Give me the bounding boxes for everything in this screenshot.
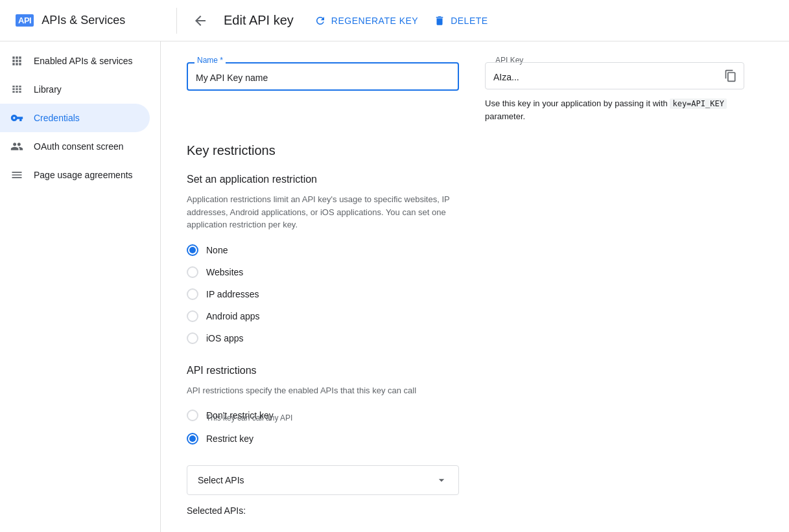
main-layout: Enabled APIs & services Library Credenti… <box>0 41 789 532</box>
selected-apis-label: Selected APIs: <box>187 505 763 516</box>
delete-button[interactable]: DELETE <box>434 15 488 27</box>
radio-none[interactable]: None <box>187 244 763 256</box>
sidebar-label-oauth: OAuth consent screen <box>34 141 124 152</box>
radio-ip-circle <box>187 288 198 300</box>
api-key-text: AIza... <box>493 72 519 82</box>
api-restriction-section: API restrictions API restrictions specif… <box>187 365 763 516</box>
sidebar-label-library: Library <box>34 84 62 95</box>
name-label: Name * <box>194 56 226 65</box>
radio-dont-restrict-circle <box>187 410 198 421</box>
apps-icon <box>10 83 23 96</box>
radio-android-label: Android apps <box>206 311 260 321</box>
sidebar-item-library[interactable]: Library <box>0 75 150 104</box>
name-field-group: Name * My API Key name <box>187 62 459 122</box>
content-area: Name * My API Key name API Key AIza... U… <box>161 41 789 532</box>
people-icon <box>10 140 23 153</box>
radio-ip-label: IP addresses <box>206 289 259 299</box>
radio-none-circle <box>187 244 198 256</box>
sidebar-item-credentials[interactable]: Credentials <box>0 104 150 132</box>
back-button[interactable] <box>187 8 213 34</box>
dropdown-chevron-icon <box>435 474 448 487</box>
page-header: Edit API key REGENERATE KEY DELETE <box>177 8 773 34</box>
api-key-value: AIza... <box>485 62 744 89</box>
radio-android-circle <box>187 310 198 322</box>
top-header: API APIs & Services Edit API key REGENER… <box>0 0 789 41</box>
api-restriction-radio-group: Don't restrict key This key can call any… <box>187 410 763 445</box>
radio-ios-label: iOS apps <box>206 333 244 343</box>
name-input[interactable]: My API Key name <box>187 62 459 91</box>
page-title: Edit API key <box>224 13 294 28</box>
api-restriction-desc: API restrictions specify the enabled API… <box>187 384 465 397</box>
regenerate-key-button[interactable]: REGENERATE KEY <box>314 15 418 27</box>
sidebar-label-credentials: Credentials <box>34 113 80 123</box>
sidebar: Enabled APIs & services Library Credenti… <box>0 41 161 532</box>
api-key-group: API Key AIza... Use this key in your app… <box>485 62 744 122</box>
delete-label: DELETE <box>451 16 488 26</box>
radio-ip[interactable]: IP addresses <box>187 288 763 300</box>
sidebar-item-oauth[interactable]: OAuth consent screen <box>0 132 150 161</box>
app-restriction-desc: Application restrictions limit an API ke… <box>187 193 465 231</box>
api-key-hint-code: key=API_KEY <box>670 98 726 109</box>
sidebar-item-enabled-apis[interactable]: Enabled APIs & services <box>0 47 150 75</box>
select-apis-dropdown[interactable]: Select APIs <box>187 465 459 495</box>
radio-restrict-circle <box>187 433 198 445</box>
form-row-top: Name * My API Key name API Key AIza... U… <box>187 62 763 122</box>
key-restrictions-title: Key restrictions <box>187 143 763 158</box>
api-key-hint: Use this key in your application by pass… <box>485 97 744 122</box>
radio-restrict-label: Restrict key <box>206 434 253 444</box>
copy-icon[interactable] <box>724 69 737 82</box>
select-apis-placeholder: Select APIs <box>198 475 244 485</box>
app-logo: API APIs & Services <box>16 14 176 27</box>
app-title: APIs & Services <box>41 14 125 27</box>
app-restriction-section: Set an application restriction Applicati… <box>187 174 763 344</box>
api-restriction-title: API restrictions <box>187 365 763 376</box>
api-key-hint-prefix: Use this key in your application by pass… <box>485 98 668 108</box>
sidebar-label-enabled-apis: Enabled APIs & services <box>34 56 133 66</box>
header-actions: REGENERATE KEY DELETE <box>314 15 488 27</box>
regenerate-label: REGENERATE KEY <box>331 16 418 26</box>
key-icon <box>10 111 23 124</box>
radio-ios[interactable]: iOS apps <box>187 332 763 344</box>
radio-dont-restrict-sublabel: This key can call any API <box>206 413 763 422</box>
api-logo-icon: API <box>16 14 34 27</box>
key-restrictions-section: Key restrictions Set an application rest… <box>187 143 763 532</box>
sidebar-label-page-usage: Page usage agreements <box>34 170 133 180</box>
radio-websites-label: Websites <box>206 267 243 277</box>
radio-none-label: None <box>206 245 228 255</box>
api-key-hint-suffix: parameter. <box>485 111 525 121</box>
list-icon <box>10 168 23 181</box>
app-restriction-title: Set an application restriction <box>187 174 763 185</box>
radio-android[interactable]: Android apps <box>187 310 763 322</box>
sidebar-item-page-usage[interactable]: Page usage agreements <box>0 161 150 189</box>
radio-restrict[interactable]: Restrict key <box>187 433 763 445</box>
radio-websites[interactable]: Websites <box>187 266 763 278</box>
app-restriction-radio-group: None Websites IP addresses Android apps <box>187 244 763 344</box>
radio-websites-circle <box>187 266 198 278</box>
grid-icon <box>10 54 23 67</box>
radio-ios-circle <box>187 332 198 344</box>
